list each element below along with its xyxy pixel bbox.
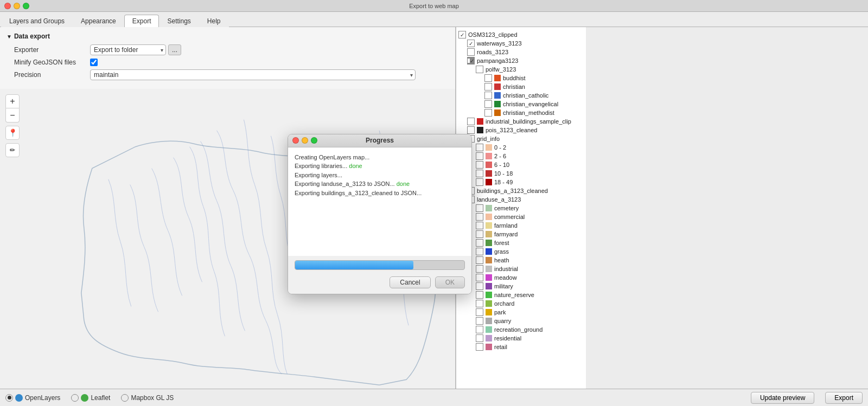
layer-item: park [458, 308, 584, 317]
layer-color-swatch [486, 144, 492, 151]
layer-color-swatch [486, 344, 492, 350]
layer-label: park [494, 309, 506, 315]
layer-checkbox[interactable] [476, 170, 483, 177]
layer-checkbox[interactable] [476, 222, 483, 229]
openlayers-radio-dot[interactable] [5, 394, 13, 402]
layer-checkbox[interactable] [476, 265, 483, 273]
layer-checkbox[interactable] [476, 213, 483, 221]
progress-bar-fill [295, 261, 413, 269]
layer-label: grass [494, 248, 509, 255]
layer-label: industrial_buildings_sample_clip [486, 118, 571, 125]
radio-leaflet[interactable]: Leaflet [71, 394, 110, 402]
layer-checkbox[interactable] [484, 109, 492, 117]
layer-checkbox[interactable] [476, 274, 483, 281]
dialog-minimize-button[interactable] [302, 137, 308, 144]
layer-checkbox[interactable] [476, 144, 483, 151]
layer-checkbox[interactable] [476, 317, 483, 325]
layer-checkbox[interactable] [484, 74, 492, 82]
layer-label: residential [494, 335, 521, 341]
layer-checkbox[interactable] [476, 334, 483, 342]
log-done-text: done [349, 163, 362, 169]
layer-checkbox[interactable] [467, 48, 475, 56]
leaflet-radio-dot[interactable] [71, 394, 79, 402]
ruler-button[interactable]: ✏ [5, 143, 20, 157]
layer-checkbox[interactable] [476, 161, 483, 169]
layer-label: roads_3123 [477, 49, 508, 55]
layer-color-swatch [477, 127, 483, 133]
layer-checkbox[interactable] [476, 230, 483, 238]
close-button[interactable] [4, 3, 11, 9]
section-arrow: ▼ [7, 34, 12, 40]
layer-checkbox[interactable] [476, 66, 483, 73]
layer-label: polfw_3123 [486, 66, 516, 73]
layer-color-swatch [494, 92, 501, 99]
layer-checkbox[interactable] [476, 326, 483, 333]
layer-item: retail [458, 343, 584, 351]
layer-item: heath [458, 256, 584, 265]
mapbox-radio-dot[interactable] [121, 394, 129, 402]
update-preview-button[interactable]: Update preview [751, 392, 814, 404]
zoom-in-button[interactable]: + [5, 94, 20, 108]
layer-checkbox[interactable] [476, 343, 483, 351]
radio-openlayers[interactable]: OpenLayers [5, 394, 60, 402]
layer-checkbox[interactable] [476, 308, 483, 316]
log-line: Exporting buildings_a_3123_cleaned to JS… [295, 189, 465, 198]
layer-checkbox[interactable] [484, 83, 492, 91]
layer-color-swatch [494, 109, 501, 116]
tab-settings[interactable]: Settings [159, 15, 199, 27]
layer-item: military [458, 282, 584, 291]
map-controls: + − 📍 ✏ [5, 94, 20, 157]
layer-checkbox[interactable] [467, 57, 475, 65]
browse-button[interactable]: ... [168, 44, 181, 55]
layer-item: farmyard [458, 230, 584, 239]
layer-color-swatch [486, 292, 492, 298]
layer-label: forest [494, 240, 509, 246]
layer-label: commercial [494, 214, 525, 220]
tab-export[interactable]: Export [124, 15, 159, 27]
tabbar: Layers and Groups Appearance Export Sett… [0, 12, 868, 27]
layer-checkbox[interactable] [467, 126, 475, 134]
layer-checkbox[interactable] [476, 239, 483, 247]
layer-label: retail [494, 344, 507, 350]
layer-item: buddhist [458, 74, 584, 82]
window-title: Export to web map [409, 3, 459, 9]
radio-mapbox[interactable]: Mapbox GL JS [121, 394, 174, 402]
layer-checkbox[interactable] [476, 256, 483, 264]
layer-checkbox[interactable] [476, 300, 483, 307]
precision-select[interactable]: maintain [90, 69, 416, 80]
tab-layers-groups[interactable]: Layers and Groups [1, 15, 73, 27]
layer-item: christian_methodist [458, 108, 584, 117]
layer-checkbox[interactable] [467, 118, 475, 125]
layer-checkbox[interactable] [476, 291, 483, 299]
export-button[interactable]: Export [825, 392, 863, 404]
layer-item: recreation_ground [458, 325, 584, 334]
ok-button[interactable]: OK [435, 276, 465, 288]
layer-checkbox[interactable] [476, 152, 483, 160]
layer-checkbox[interactable] [467, 40, 475, 47]
exporter-select[interactable]: Export to folder [90, 44, 166, 55]
dialog-maximize-button[interactable] [311, 137, 317, 144]
layer-checkbox[interactable] [484, 100, 492, 108]
minify-checkbox[interactable] [90, 59, 98, 66]
layer-label: 6 - 10 [494, 162, 509, 168]
layer-checkbox[interactable] [476, 178, 483, 186]
layer-color-swatch [486, 266, 492, 272]
layer-checkbox[interactable] [476, 204, 483, 212]
dialog-close-button[interactable] [292, 137, 299, 144]
zoom-out-button[interactable]: − [5, 108, 20, 123]
layer-label: heath [494, 257, 509, 263]
cancel-button[interactable]: Cancel [390, 276, 430, 288]
log-line: Exporting landuse_a_3123 to JSON... done [295, 179, 465, 189]
layer-checkbox[interactable] [458, 31, 466, 38]
layer-checkbox[interactable] [476, 282, 483, 290]
exporter-controls: Export to folder ... [90, 44, 181, 55]
layer-checkbox[interactable] [484, 92, 492, 99]
maximize-button[interactable] [23, 3, 29, 9]
locate-button[interactable]: 📍 [5, 126, 20, 140]
precision-row: Precision maintain [7, 69, 449, 80]
layer-checkbox[interactable] [476, 248, 483, 255]
tab-help[interactable]: Help [199, 15, 229, 27]
minimize-button[interactable] [14, 3, 20, 9]
tab-appearance[interactable]: Appearance [73, 15, 124, 27]
layer-color-swatch [486, 205, 492, 211]
